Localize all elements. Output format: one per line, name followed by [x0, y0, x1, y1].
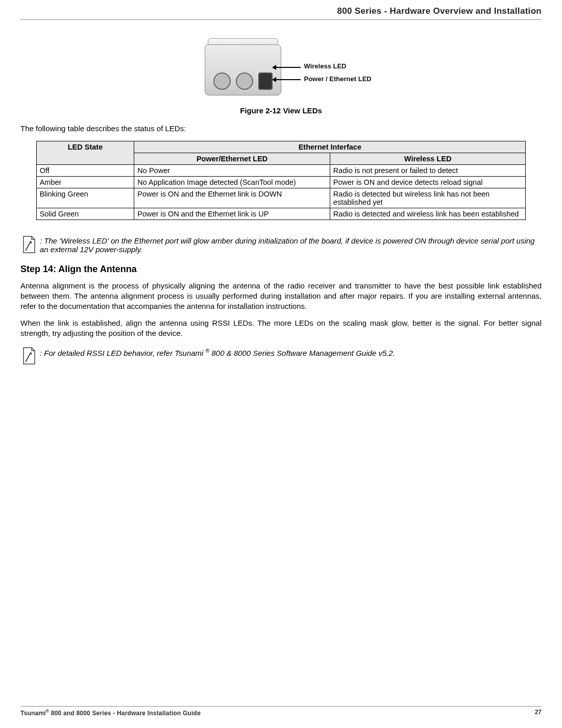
table-row: Amber No Application Image detected (Sca…	[36, 177, 526, 188]
intro-text: The following table describes the status…	[20, 124, 542, 133]
cell-wl: Radio is not present or failed to detect	[330, 165, 526, 177]
step-14-p2: When the link is established, align the …	[20, 318, 542, 338]
note-2-text: : For detailed RSSI LED behavior, refer …	[40, 346, 395, 357]
note-2-post: 800 & 8000 Series Software Management Gu…	[209, 349, 395, 357]
footer-title: Tsunami® 800 and 8000 Series - Hardware …	[20, 709, 201, 717]
th-led-state: LED State	[36, 141, 134, 165]
cell-pel: Power is ON and the Ethernet link is DOW…	[134, 188, 330, 208]
step-14-heading: Step 14: Align the Antenna	[20, 264, 542, 275]
device-port-right	[258, 72, 273, 90]
cell-pel: Power is ON and the Ethernet link is UP	[134, 208, 330, 220]
table-row: Blinking Green Power is ON and the Ether…	[36, 188, 526, 208]
cell-pel: No Application Image detected (ScanTool …	[134, 177, 330, 188]
step-14-p1: Antenna alignment is the process of phys…	[20, 281, 542, 311]
cell-state: Solid Green	[36, 208, 134, 220]
note-1: : The 'Wireless LED' on the Ethernet por…	[20, 234, 542, 255]
page-footer: Tsunami® 800 and 8000 Series - Hardware …	[20, 706, 542, 717]
cell-wl: Power is ON and device detects reload si…	[330, 177, 526, 188]
footer-title-pre: Tsunami	[20, 710, 46, 717]
figure-caption: Figure 2-12 View LEDs	[20, 106, 542, 115]
table-row: Off No Power Radio is not present or fai…	[36, 165, 526, 177]
page-header: 800 Series - Hardware Overview and Insta…	[20, 0, 542, 19]
footer-divider	[20, 706, 542, 707]
note-1-text: : The 'Wireless LED' on the Ethernet por…	[40, 234, 542, 254]
cell-pel: No Power	[134, 165, 330, 177]
th-power-eth-led: Power/Ethernet LED	[134, 153, 330, 165]
label-wireless-led: Wireless LED	[304, 62, 347, 70]
arrow-power-eth	[276, 79, 301, 80]
table-header-row-1: LED State Ethernet Interface	[36, 141, 526, 153]
device-port-left	[213, 72, 231, 90]
cell-wl: Radio is detected but wireless link has …	[330, 188, 526, 208]
th-eth-interface: Ethernet Interface	[134, 141, 526, 153]
cell-state: Amber	[36, 177, 134, 188]
device-body	[205, 44, 281, 95]
header-divider	[20, 19, 542, 20]
note-icon	[20, 234, 38, 255]
table-row: Solid Green Power is ON and the Ethernet…	[36, 208, 526, 220]
footer-page-number: 27	[535, 709, 542, 717]
note-2: : For detailed RSSI LED behavior, refer …	[20, 346, 542, 366]
cell-state: Blinking Green	[36, 188, 134, 208]
led-table: LED State Ethernet Interface Power/Ether…	[36, 141, 526, 220]
label-power-eth-led: Power / Ethernet LED	[304, 75, 372, 83]
device-port-mid	[236, 72, 253, 90]
note-icon	[20, 346, 38, 366]
arrow-wireless	[276, 67, 301, 68]
device-diagram: Wireless LED Power / Ethernet LED	[205, 35, 358, 102]
cell-wl: Radio is detected and wireless link has …	[330, 208, 526, 220]
figure-area: Wireless LED Power / Ethernet LED	[20, 35, 542, 103]
th-wireless-led: Wireless LED	[330, 153, 526, 165]
cell-state: Off	[36, 165, 134, 177]
footer-title-post: 800 and 8000 Series - Hardware Installat…	[49, 710, 201, 717]
note-2-pre: : For detailed RSSI LED behavior, refer …	[40, 349, 206, 357]
